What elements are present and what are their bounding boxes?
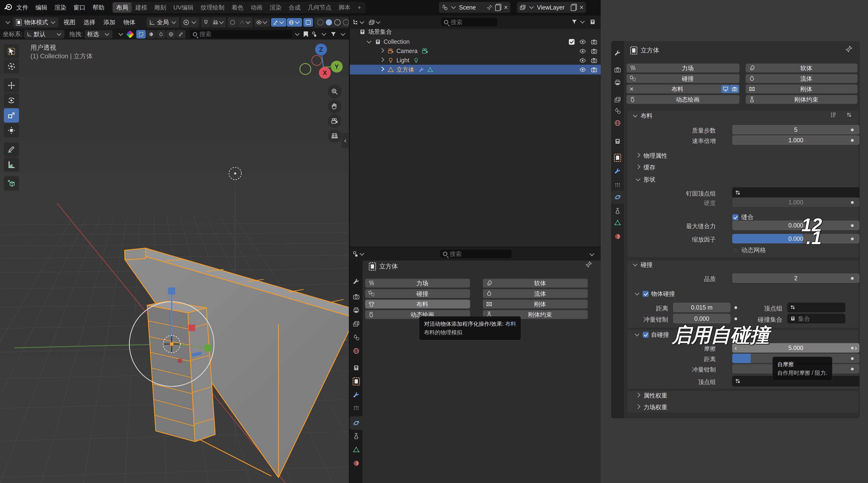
outliner-editor-icon[interactable] <box>352 19 359 26</box>
outliner-row-cube[interactable]: 立方体 <box>350 65 601 74</box>
hide-eye-icon[interactable] <box>579 38 586 45</box>
sewing-checkbox[interactable] <box>732 214 738 220</box>
workspace-tab-modeling[interactable]: 建模 <box>132 2 151 12</box>
tab-material[interactable] <box>350 457 363 469</box>
layers-icon[interactable] <box>311 31 317 37</box>
add-workspace-button[interactable]: + <box>354 3 365 12</box>
expand-icon[interactable] <box>379 67 384 71</box>
workspace-tab-texpaint[interactable]: 纹理绘制 <box>197 2 228 12</box>
menu-select[interactable]: 选择 <box>81 18 98 26</box>
scene-selector[interactable]: Scene × <box>439 2 510 13</box>
transform-orientation[interactable]: 全局 <box>147 18 179 27</box>
presets-list-icon[interactable] <box>830 111 837 119</box>
render-camera-icon[interactable] <box>591 66 597 73</box>
collision-vertex-group-field[interactable] <box>787 303 845 312</box>
tab-scene[interactable] <box>611 105 624 117</box>
outliner-search-input[interactable] <box>451 19 494 26</box>
overlays-toggle[interactable] <box>287 18 302 27</box>
tab-physics[interactable] <box>350 416 363 430</box>
half-sphere-toggle[interactable] <box>146 30 156 38</box>
3d-viewport[interactable]: 用户透视 (1) Collection | 立方体 Z Y X ‹ <box>0 39 349 483</box>
camera-view-button[interactable] <box>328 114 341 128</box>
tab-collection[interactable] <box>350 362 363 373</box>
tool-measure[interactable] <box>4 157 19 172</box>
tab-output[interactable] <box>350 305 363 316</box>
tab-output[interactable] <box>611 77 624 88</box>
viewlayer-selector[interactable]: ViewLayer × <box>517 2 586 13</box>
tab-data[interactable] <box>611 217 624 229</box>
navigation-gizmo[interactable]: Z Y X <box>298 41 349 84</box>
self-collision-checkbox[interactable] <box>643 332 649 338</box>
pin-icon[interactable] <box>487 4 493 10</box>
tool-annotate[interactable] <box>4 142 19 156</box>
display-mode-icon[interactable] <box>368 19 375 26</box>
keyframe-dot[interactable] <box>734 318 737 320</box>
collision-distance-field[interactable]: 0.015 m <box>673 303 731 312</box>
tool-move[interactable] <box>4 78 19 93</box>
increment-arrow[interactable]: › <box>855 344 857 352</box>
tab-constraints[interactable] <box>611 205 624 217</box>
shading-material[interactable] <box>334 19 341 26</box>
tool-rotate[interactable] <box>4 93 19 108</box>
visibility-dropdown[interactable] <box>254 18 270 27</box>
tab-particles[interactable] <box>611 180 624 191</box>
sewing-row[interactable]: 缝合 <box>732 213 754 221</box>
physics-softbody-button[interactable]: 软体 <box>746 63 858 72</box>
field-weights-header[interactable]: 力场权重 <box>635 403 667 411</box>
brush-toggle[interactable] <box>176 30 186 38</box>
new-viewlayer-icon[interactable] <box>571 4 577 11</box>
drag-select[interactable]: 框选 <box>85 30 113 38</box>
pin-group-field[interactable] <box>732 187 860 198</box>
gizmos-toggle[interactable] <box>271 18 286 27</box>
shading-wireframe[interactable] <box>317 19 323 26</box>
close-icon[interactable]: × <box>579 4 584 11</box>
physics-collision-button[interactable]: 碰撞 <box>626 74 740 83</box>
render-camera-icon[interactable] <box>591 48 597 55</box>
collision-collection-field[interactable]: 集合 <box>787 314 845 323</box>
physics-cloth-button[interactable]: 布料 <box>365 300 470 309</box>
keyframe-dot[interactable] <box>851 357 854 360</box>
tab-object[interactable] <box>611 152 624 163</box>
menu-edit[interactable]: 编辑 <box>32 4 51 11</box>
physics-softbody-button[interactable]: 软体 <box>483 279 588 288</box>
workspace-tab-uv[interactable]: UV编辑 <box>170 2 197 12</box>
tab-data[interactable] <box>350 444 363 455</box>
collection-checkbox[interactable] <box>569 39 575 45</box>
hide-eye-icon[interactable] <box>579 57 586 64</box>
menu-add[interactable]: 添加 <box>100 18 118 26</box>
tool-3d-cursor[interactable] <box>4 59 19 73</box>
impulse-clamp-field[interactable]: 0.000 <box>673 314 731 323</box>
tool-select-box[interactable] <box>4 44 19 59</box>
tab-tool[interactable] <box>611 47 624 59</box>
globe-toggle[interactable] <box>166 30 176 38</box>
tab-viewlayer[interactable] <box>350 318 363 330</box>
self-collision-header[interactable]: 自碰撞 <box>634 331 669 339</box>
expand-icon[interactable] <box>379 48 384 53</box>
tool-search[interactable] <box>190 30 292 38</box>
physics-cloth-button-applied[interactable]: × 布料 <box>626 85 740 93</box>
physics-rigidbody-button[interactable]: 刚体 <box>746 85 858 93</box>
outliner-row-camera[interactable]: Camera <box>350 46 601 56</box>
workspace-tab-shading[interactable]: 着色 <box>228 2 247 12</box>
physics-collision-button[interactable]: 碰撞 <box>365 289 470 298</box>
keyframe-dot[interactable] <box>851 368 854 370</box>
xray-toggle[interactable] <box>304 18 313 27</box>
render-camera-icon[interactable] <box>591 38 597 45</box>
outliner-row-scene-collection[interactable]: 场景集合 <box>350 27 601 37</box>
workspace-tab-compositing[interactable]: 合成 <box>285 2 304 12</box>
gizmo-x-handle[interactable] <box>189 325 195 331</box>
keyframe-dot[interactable] <box>851 139 854 142</box>
tool-search-input[interactable] <box>199 31 289 38</box>
menu-view[interactable]: 视图 <box>60 18 79 26</box>
hide-eye-icon[interactable] <box>579 66 586 73</box>
tab-modifiers[interactable] <box>350 389 363 401</box>
render-camera-icon[interactable] <box>591 57 597 64</box>
tab-render[interactable] <box>350 291 363 302</box>
keyframe-dot[interactable] <box>851 128 854 131</box>
cloth-render-toggle[interactable] <box>730 85 739 93</box>
physics-force-field-button[interactable]: 力场 <box>626 63 740 72</box>
tab-physics[interactable] <box>611 190 624 204</box>
physics-fluid-button[interactable]: 流体 <box>483 289 588 298</box>
menu-help[interactable]: 帮助 <box>89 4 108 11</box>
viewport-scene[interactable] <box>0 39 349 483</box>
